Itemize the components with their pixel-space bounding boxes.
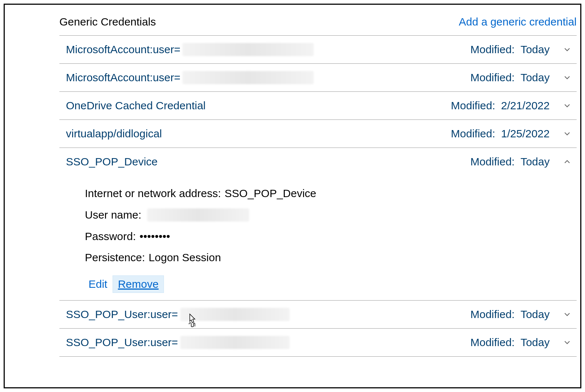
- window-frame: Generic Credentials Add a generic creden…: [4, 4, 581, 388]
- credential-name-text: SSO_POP_Device: [66, 156, 158, 168]
- credential-modified: Modified: 2/21/2022: [451, 98, 577, 113]
- credential-name-text: MicrosoftAccount:user=: [66, 71, 180, 84]
- section-header: Generic Credentials Add a generic creden…: [59, 12, 577, 35]
- chevron-down-icon[interactable]: [560, 70, 574, 85]
- credential-name: virtualapp/didlogical: [59, 128, 451, 140]
- credential-name-text: MicrosoftAccount:user=: [66, 43, 180, 56]
- chevron-down-icon[interactable]: [560, 335, 574, 350]
- remove-link[interactable]: Remove: [113, 275, 164, 293]
- modified-value: Today: [521, 156, 550, 168]
- credential-modified: Modified: Today: [470, 307, 577, 322]
- credential-details: Internet or network address: SSO_POP_Dev…: [59, 176, 577, 300]
- credential-name: OneDrive Cached Credential: [59, 99, 451, 112]
- credential-name: SSO_POP_Device: [59, 156, 470, 168]
- add-credential-link[interactable]: Add a generic credential: [459, 16, 577, 28]
- credential-row[interactable]: MicrosoftAccount:user= Modified: Today: [59, 35, 577, 63]
- password-label: Password:: [85, 230, 136, 243]
- edit-link[interactable]: Edit: [85, 277, 111, 292]
- modified-label: Modified:: [470, 156, 515, 168]
- credential-row[interactable]: OneDrive Cached Credential Modified: 2/2…: [59, 91, 577, 119]
- credential-name-text: virtualapp/didlogical: [66, 128, 162, 140]
- credential-modified: Modified: Today: [470, 70, 577, 85]
- persistence-value: Logon Session: [149, 251, 221, 264]
- credentials-panel: Generic Credentials Add a generic creden…: [59, 12, 577, 357]
- credential-name: MicrosoftAccount:user=: [59, 71, 470, 84]
- persistence-label: Persistence:: [85, 251, 145, 264]
- modified-label: Modified:: [470, 43, 515, 56]
- detail-persistence-row: Persistence: Logon Session: [85, 247, 577, 268]
- modified-value: Today: [521, 308, 550, 321]
- modified-value: Today: [521, 336, 550, 349]
- credential-modified: Modified: Today: [470, 335, 577, 350]
- credential-name: MicrosoftAccount:user=: [59, 43, 470, 56]
- redacted-value: [182, 71, 314, 84]
- modified-value: Today: [521, 43, 550, 56]
- credential-name-text: SSO_POP_User:user=: [66, 308, 178, 321]
- chevron-down-icon[interactable]: [560, 126, 574, 141]
- credential-row[interactable]: SSO_POP_Device Modified: Today: [59, 148, 577, 176]
- chevron-down-icon[interactable]: [560, 98, 574, 113]
- credential-modified: Modified: Today: [470, 42, 577, 57]
- chevron-down-icon[interactable]: [560, 307, 574, 322]
- modified-value: 1/25/2022: [501, 128, 550, 140]
- modified-value: Today: [521, 71, 550, 84]
- detail-username-row: User name:: [85, 204, 577, 226]
- username-label: User name:: [85, 209, 141, 221]
- chevron-up-icon[interactable]: [560, 154, 574, 169]
- credential-modified: Modified: 1/25/2022: [451, 126, 577, 141]
- credential-row[interactable]: SSO_POP_User:user= Modified: Today: [59, 328, 577, 357]
- credential-name-text: SSO_POP_User:user=: [66, 336, 178, 349]
- modified-label: Modified:: [451, 99, 495, 112]
- modified-label: Modified:: [470, 308, 515, 321]
- detail-address-row: Internet or network address: SSO_POP_Dev…: [85, 183, 577, 204]
- credential-name: SSO_POP_User:user=: [59, 308, 470, 321]
- modified-value: 2/21/2022: [501, 99, 550, 112]
- redacted-value: [147, 208, 249, 222]
- credential-modified: Modified: Today: [470, 154, 577, 169]
- redacted-value: [180, 308, 290, 321]
- detail-password-row: Password: ••••••••: [85, 226, 577, 247]
- credential-name: SSO_POP_User:user=: [59, 336, 470, 349]
- credential-row[interactable]: MicrosoftAccount:user= Modified: Today: [59, 63, 577, 91]
- password-mask: ••••••••: [140, 230, 170, 243]
- credential-name-text: OneDrive Cached Credential: [66, 99, 206, 112]
- address-label: Internet or network address:: [85, 187, 221, 200]
- modified-label: Modified:: [470, 71, 515, 84]
- modified-label: Modified:: [470, 336, 515, 349]
- modified-label: Modified:: [451, 128, 495, 140]
- credential-row[interactable]: virtualapp/didlogical Modified: 1/25/202…: [59, 119, 577, 148]
- credential-row[interactable]: SSO_POP_User:user= Modified: Today: [59, 300, 577, 328]
- redacted-value: [180, 336, 290, 349]
- address-value: SSO_POP_Device: [225, 187, 317, 200]
- credential-actions: Edit Remove: [85, 268, 577, 293]
- chevron-down-icon[interactable]: [560, 42, 574, 57]
- section-title: Generic Credentials: [59, 16, 156, 28]
- redacted-value: [182, 43, 314, 56]
